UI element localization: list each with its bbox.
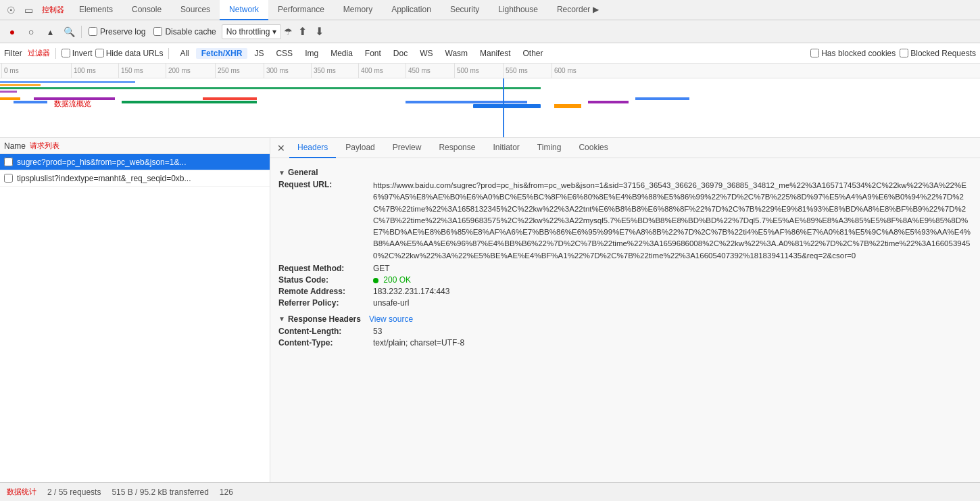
filter-wasm[interactable]: Wasm [440, 48, 474, 59]
request-list-body: sugrec?prod=pc_his&from=pc_web&json=1&..… [0, 154, 270, 482]
tab-security[interactable]: Security [441, 0, 489, 20]
status-bar: 数据统计 2 / 55 requests 515 B / 95.2 kB tra… [0, 482, 980, 501]
blocked-requests-checkbox[interactable]: Blocked Requests [900, 49, 976, 58]
tab-lighthouse[interactable]: Lighthouse [489, 0, 547, 20]
name-col-label-red: 请求列表 [30, 141, 59, 151]
tab-sources[interactable]: Sources [171, 0, 220, 20]
filter-ws[interactable]: WS [414, 48, 438, 59]
svg-rect-0 [0, 81, 135, 83]
hide-data-urls-checkbox[interactable]: Hide data URLs [95, 49, 164, 58]
main-tabs: Elements Console Sources Network Perform… [70, 0, 608, 20]
inspect-icon[interactable]: ☉ [3, 2, 19, 18]
filter-icon-btn[interactable]: ▴ [42, 24, 58, 40]
req-item-1-checkbox[interactable] [4, 174, 13, 183]
upload-icon[interactable]: ⬆ [295, 25, 310, 38]
tab-memory[interactable]: Memory [334, 0, 382, 20]
request-url-key: Request URL: [278, 180, 373, 262]
remote-address-row: Remote Address: 183.232.231.174:443 [278, 287, 972, 296]
svg-rect-1 [0, 84, 41, 86]
content-length-row: Content-Length: 53 [278, 327, 972, 336]
detail-tab-initiator[interactable]: Initiator [485, 138, 527, 158]
throttling-label: No throttling [226, 27, 270, 37]
svg-rect-7 [122, 101, 257, 103]
tick-500ms: 500 ms [454, 64, 479, 78]
requests-count: 2 / 55 requests [47, 487, 101, 497]
detail-tab-preview[interactable]: Preview [385, 138, 430, 158]
status-dot-icon [373, 278, 378, 283]
filter-all[interactable]: All [174, 48, 194, 59]
invert-checkbox[interactable]: Invert [62, 49, 93, 58]
preserve-log-checkbox[interactable]: Preserve log [89, 27, 145, 37]
referrer-policy-row: Referrer Policy: unsafe-url [278, 298, 972, 308]
name-col-label: Name [4, 141, 26, 151]
detail-tab-cookies[interactable]: Cookies [570, 138, 616, 158]
disable-cache-input[interactable] [153, 27, 162, 36]
tick-100ms: 100 ms [71, 64, 96, 78]
hide-data-urls-input[interactable] [95, 49, 104, 57]
req-item-0-checkbox[interactable] [4, 158, 13, 166]
search-button[interactable]: 🔍 [61, 24, 77, 40]
content-type-value: text/plain; charset=UTF-8 [373, 338, 464, 348]
preserve-log-input[interactable] [89, 27, 97, 36]
tab-recorder[interactable]: Recorder ▶ [547, 0, 608, 20]
request-list-header: Name 请求列表 [0, 138, 270, 154]
clear-button[interactable]: ○ [23, 24, 39, 40]
request-url-row: Request URL: https://www.baidu.com/sugre… [278, 180, 972, 262]
request-url-value[interactable]: https://www.baidu.com/sugrec?prod=pc_his… [373, 180, 972, 262]
timeline-graph[interactable]: 数据流概览 [0, 78, 980, 138]
tab-application[interactable]: Application [382, 0, 441, 20]
response-headers-arrow-icon: ▼ [278, 315, 285, 323]
tab-performance[interactable]: Performance [268, 0, 334, 20]
svg-rect-2 [0, 87, 541, 89]
filter-js[interactable]: JS [249, 48, 269, 59]
detail-tab-headers[interactable]: Headers [289, 138, 336, 158]
transferred-size: 515 B / 95.2 kB transferred [112, 487, 208, 497]
detail-tabs: ✕ Headers Payload Preview Response Initi… [270, 138, 980, 158]
detail-tab-timing[interactable]: Timing [529, 138, 570, 158]
filter-font[interactable]: Font [360, 48, 387, 59]
content-length-key: Content-Length: [278, 327, 373, 336]
request-list: Name 请求列表 sugrec?prod=pc_his&from=pc_web… [0, 138, 270, 482]
throttling-dropdown[interactable]: No throttling ▾ [222, 24, 282, 39]
status-code-value: 200 OK [373, 275, 411, 285]
request-method-key: Request Method: [278, 264, 373, 273]
invert-input[interactable] [62, 49, 70, 57]
detail-tab-payload[interactable]: Payload [337, 138, 383, 158]
blocked-requests-input[interactable] [900, 49, 908, 57]
resources-count: 126 [220, 487, 233, 497]
filter-img[interactable]: Img [299, 48, 324, 59]
record-button[interactable]: ● [4, 24, 20, 40]
view-source-button[interactable]: View source [369, 314, 413, 324]
filter-doc[interactable]: Doc [388, 48, 413, 59]
filter-label: Filter [4, 49, 22, 58]
has-blocked-cookies-checkbox[interactable]: Has blocked cookies [810, 49, 896, 58]
filter-type-group: All Fetch/XHR JS CSS Img Media Font Doc … [174, 48, 548, 59]
device-icon[interactable]: ▭ [20, 2, 36, 18]
tick-400ms: 400 ms [358, 64, 383, 78]
detail-tab-response[interactable]: Response [431, 138, 483, 158]
status-code-row: Status Code: 200 OK [278, 275, 972, 285]
tab-network[interactable]: Network [220, 0, 268, 20]
request-item-1[interactable]: tipspluslist?indextype=manht&_req_seqid=… [0, 170, 270, 187]
tab-console[interactable]: Console [122, 0, 171, 20]
filter-fetch-xhr[interactable]: Fetch/XHR [196, 48, 248, 59]
hide-data-urls-label: Hide data URLs [106, 49, 164, 58]
timeline-svg [0, 78, 980, 138]
svg-rect-12 [554, 104, 581, 108]
tab-elements[interactable]: Elements [70, 0, 122, 20]
filter-css[interactable]: CSS [270, 48, 298, 59]
network-toolbar: ● ○ ▴ 🔍 Preserve log Disable cache No th… [0, 20, 980, 43]
download-icon[interactable]: ⬇ [312, 25, 326, 38]
request-item-0[interactable]: sugrec?prod=pc_his&from=pc_web&json=1&..… [0, 154, 270, 170]
has-blocked-cookies-input[interactable] [810, 49, 819, 57]
preserve-log-label: Preserve log [100, 27, 145, 37]
filter-manifest[interactable]: Manifest [474, 48, 516, 59]
tick-550ms: 550 ms [503, 64, 528, 78]
request-method-row: Request Method: GET [278, 264, 972, 273]
filter-media[interactable]: Media [325, 48, 358, 59]
response-headers-section-title: ▼ Response Headers View source [278, 314, 972, 324]
blocked-requests-label: Blocked Requests [910, 49, 976, 58]
disable-cache-checkbox[interactable]: Disable cache [153, 27, 216, 37]
filter-other[interactable]: Other [517, 48, 548, 59]
detail-close-button[interactable]: ✕ [274, 143, 288, 153]
